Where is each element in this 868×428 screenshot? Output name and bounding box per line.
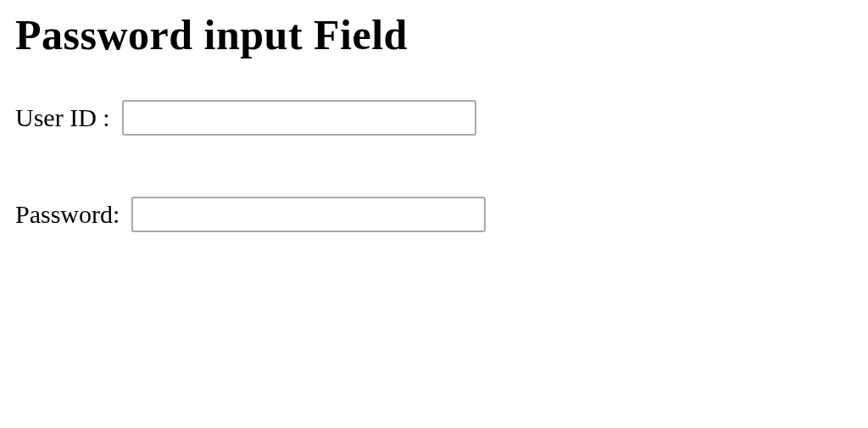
page-title: Password input Field bbox=[15, 10, 853, 59]
password-row: Password: bbox=[15, 197, 853, 232]
user-id-input[interactable] bbox=[122, 100, 476, 136]
user-id-row: User ID : bbox=[15, 100, 853, 136]
password-input[interactable] bbox=[131, 197, 486, 232]
user-id-label: User ID : bbox=[15, 103, 110, 132]
password-label: Password: bbox=[15, 200, 120, 229]
